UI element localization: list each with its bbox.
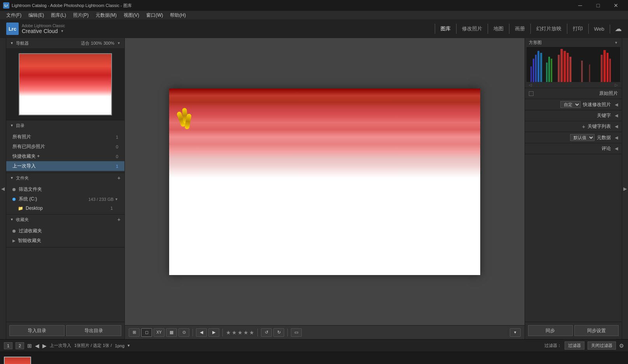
toolbar-collapse-button[interactable]: ▾ — [510, 328, 521, 337]
view-grid-button[interactable]: ⊞ — [129, 328, 140, 337]
navigator-preview — [6, 48, 124, 120]
rotate-right-button[interactable]: ↻ — [273, 328, 284, 337]
zoom-dropdown[interactable]: ▼ — [117, 41, 121, 45]
titlebar-title: Lightroom Catalog - Adobe Photoshop Ligh… — [12, 3, 132, 9]
filmstrip-forward-button[interactable]: ▶ — [42, 343, 47, 349]
view-loupe-button[interactable]: ◻ — [141, 328, 152, 337]
svg-rect-8 — [558, 55, 560, 82]
export-catalog-button[interactable]: 导出目录 — [66, 325, 121, 336]
menu-metadata[interactable]: 元数据(M) — [93, 11, 120, 19]
star-5[interactable]: ★ — [249, 329, 254, 336]
navigator-header[interactable]: ▼ 导航器 适合 100% 300% ▼ — [6, 38, 124, 48]
preset-select[interactable]: 自定 — [560, 101, 581, 108]
nav-book[interactable]: 画册 — [509, 24, 531, 34]
overlay-button[interactable]: ▭ — [291, 328, 302, 337]
left-panel-collapse[interactable]: ◀ — [0, 38, 6, 339]
rotate-left-button[interactable]: ↺ — [261, 328, 272, 337]
right-panel-collapse[interactable]: ▶ — [622, 38, 628, 339]
menu-photo[interactable]: 照片(P) — [70, 11, 92, 19]
catalog-all-photos[interactable]: 所有照片 1 — [6, 132, 124, 142]
catalog-synced-photos[interactable]: 所有已同步照片 0 — [6, 142, 124, 152]
navigator-header-left: ▼ 导航器 — [10, 40, 29, 46]
keyword-list-arrow[interactable]: ◀ — [615, 124, 618, 129]
menu-file[interactable]: 文件(F) — [3, 11, 24, 19]
catalog-last-import[interactable]: 上一次导入 1 — [6, 161, 124, 171]
keyword-arrow[interactable]: ◀ — [615, 113, 618, 118]
star-2[interactable]: ★ — [232, 329, 237, 336]
nav-web[interactable]: Web — [589, 24, 611, 33]
right-panel-spacer — [525, 154, 622, 322]
next-photo-button[interactable]: ▶ — [208, 328, 219, 337]
close-button[interactable]: ✕ — [607, 0, 625, 11]
histogram-header[interactable]: 方形图 ▼ — [525, 38, 622, 47]
cloud-sync-icon[interactable]: ☁ — [615, 24, 622, 33]
add-collection-button[interactable]: + — [117, 216, 121, 223]
filmstrip-prev-button[interactable]: ⊞ — [27, 343, 32, 349]
header-left: Lrc Adobe Lightroom Classic Creative Clo… — [6, 23, 65, 35]
view-compare-button[interactable]: ▦ — [166, 328, 177, 337]
maximize-button[interactable]: □ — [589, 0, 607, 11]
add-keyword-button[interactable]: + — [582, 124, 585, 130]
filter-settings-icon[interactable]: ⚙ — [619, 343, 624, 349]
menu-window[interactable]: 窗口(W) — [143, 11, 166, 19]
zoom-fit[interactable]: 适合 — [81, 40, 89, 46]
add-folder-button[interactable]: + — [117, 175, 121, 181]
view-survey-button[interactable]: ⊙ — [178, 328, 189, 337]
histogram-dropdown[interactable]: ▼ — [614, 41, 618, 45]
titlebar-left: Lr Lightroom Catalog - Adobe Photoshop L… — [3, 2, 132, 9]
filmstrip-thumb-1[interactable] — [4, 357, 31, 364]
zoom-300[interactable]: 300% — [103, 41, 114, 45]
view-xy-button[interactable]: XY — [154, 328, 164, 337]
nav-library[interactable]: 图库 — [435, 24, 457, 34]
folder-desktop[interactable]: 📁 Desktop 1 — [6, 204, 124, 212]
nav-slideshow[interactable]: 幻灯片放映 — [531, 24, 567, 34]
nav-print[interactable]: 打印 — [567, 24, 589, 34]
minimize-button[interactable]: ─ — [571, 0, 589, 11]
star-4[interactable]: ★ — [243, 329, 248, 336]
quick-edit-label: 快速修改照片 — [583, 101, 611, 108]
prev-photo-button[interactable]: ◀ — [196, 328, 207, 337]
catalog-collapse-arrow: ▼ — [10, 124, 14, 127]
zoom-100[interactable]: 100% — [91, 41, 102, 45]
star-3[interactable]: ★ — [238, 329, 243, 336]
sync-button[interactable]: 同步 — [528, 325, 573, 336]
filmstrip-filename-label: 1png — [115, 343, 124, 348]
folder-expand-icon[interactable]: ▼ — [115, 197, 118, 201]
menu-view[interactable]: 视图(V) — [121, 11, 142, 19]
filter-options-button[interactable]: 过滤器 — [565, 341, 584, 350]
filmstrip-back-button[interactable]: ◀ — [35, 343, 39, 349]
comments-arrow[interactable]: ◀ — [615, 146, 618, 151]
original-photo-checkbox[interactable] — [529, 91, 534, 96]
import-catalog-button[interactable]: 导入目录 — [9, 325, 65, 336]
histogram-area — [527, 47, 620, 82]
nav-develop[interactable]: 修改照片 — [457, 24, 488, 34]
folder-system-c[interactable]: 系统 (C:) 143 / 233 GB ▼ — [6, 194, 124, 204]
metadata-arrow[interactable]: ◀ — [615, 135, 618, 140]
catalog-quick-collection[interactable]: 快捷收藏夹 + 0 — [6, 152, 124, 161]
menu-help[interactable]: 帮助(H) — [167, 11, 189, 19]
sync-settings-button[interactable]: 同步设置 — [574, 325, 619, 336]
collections-header[interactable]: ▼ 收藏夹 + — [6, 214, 124, 225]
collection-smart[interactable]: ▶ 智能收藏夹 — [6, 236, 124, 246]
histogram-shadow-icon[interactable]: ◁ — [529, 83, 532, 87]
comments-label: 评论 — [602, 145, 611, 152]
page-1-button[interactable]: 1 — [4, 342, 12, 349]
brand-dropdown-arrow[interactable]: ▼ — [61, 29, 64, 33]
filmstrip-filename-arrow[interactable]: ▾ — [128, 343, 130, 348]
titlebar-controls: ─ □ ✕ — [571, 0, 625, 11]
menu-edit[interactable]: 编辑(E) — [25, 11, 47, 19]
collections-section: ▼ 收藏夹 + 过滤收藏夹 ▶ 智能收藏夹 — [6, 214, 124, 247]
close-filter-button[interactable]: 关闭过滤器 — [588, 341, 616, 350]
histogram-highlight-icon[interactable]: ▷ — [615, 83, 618, 87]
star-1[interactable]: ★ — [226, 329, 231, 336]
nav-map[interactable]: 地图 — [488, 24, 509, 34]
quick-edit-arrow[interactable]: ◀ — [615, 102, 618, 107]
folders-header[interactable]: ▼ 文件夹 + — [6, 173, 124, 183]
catalog-header[interactable]: ▼ 目录 — [6, 120, 124, 131]
titlebar: Lr Lightroom Catalog - Adobe Photoshop L… — [0, 0, 628, 11]
metadata-preset-select[interactable]: 默认值 — [570, 134, 595, 141]
menu-library[interactable]: 图库(L) — [48, 11, 69, 19]
folder-filter[interactable]: 筛选文件夹 — [6, 185, 124, 194]
collection-filter[interactable]: 过滤收藏夹 — [6, 226, 124, 236]
page-2-button[interactable]: 2 — [16, 342, 24, 349]
